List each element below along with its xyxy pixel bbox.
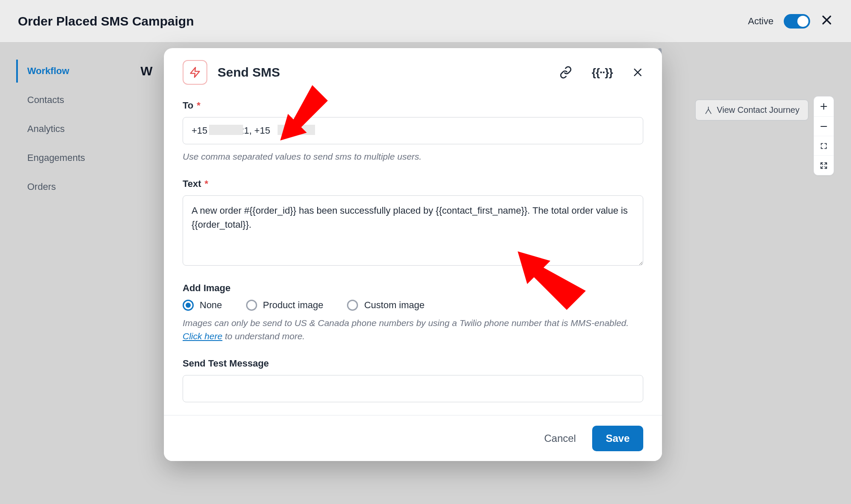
lightning-icon <box>183 60 207 85</box>
redacted-phone-2 <box>278 125 315 135</box>
background-title-fragment: W <box>140 64 152 78</box>
radio-circle <box>347 300 358 311</box>
text-label: Text <box>183 178 201 189</box>
to-helper: Use comma separated values to send sms t… <box>183 150 643 163</box>
to-label: To <box>183 100 193 111</box>
svg-marker-0 <box>191 67 200 77</box>
required-indicator: * <box>197 100 201 111</box>
required-indicator: * <box>205 178 209 189</box>
page-title: Order Placed SMS Campaign <box>18 14 194 29</box>
sidebar-item-label: Workflow <box>27 66 69 76</box>
save-button[interactable]: Save <box>592 426 643 451</box>
fit-screen-button[interactable] <box>814 136 834 155</box>
active-toggle[interactable] <box>784 14 810 29</box>
modal-footer: Cancel Save <box>164 415 662 461</box>
sidebar-item-label: Analytics <box>27 123 65 134</box>
radio-label: Custom image <box>364 300 424 311</box>
merge-tags-icon[interactable]: {{··}} <box>592 66 613 79</box>
fullscreen-button[interactable] <box>814 155 834 175</box>
sidebar-item-label: Engagements <box>27 152 85 163</box>
radio-circle-checked <box>183 300 194 311</box>
modal-close-icon[interactable] <box>632 67 643 78</box>
send-sms-modal: Send SMS {{··}} To* Use comma separated … <box>164 48 662 461</box>
send-test-label: Send Test Message <box>183 358 269 369</box>
view-journey-label: View Contact Journey <box>717 105 799 115</box>
sidebar-item-label: Contacts <box>27 94 64 105</box>
view-contact-journey-button[interactable]: View Contact Journey <box>695 100 808 120</box>
zoom-controls <box>814 96 834 175</box>
helper-text: to understand more. <box>222 331 305 341</box>
radio-label: Product image <box>263 300 324 311</box>
send-test-input[interactable] <box>183 375 643 402</box>
to-input[interactable] <box>183 117 643 144</box>
zoom-in-button[interactable] <box>814 97 834 116</box>
add-image-helper: Images can only be send to US & Canada p… <box>183 317 643 343</box>
add-image-label: Add Image <box>183 283 230 294</box>
radio-circle <box>246 300 257 311</box>
sidebar-item-label: Orders <box>27 181 56 192</box>
sidebar-item-contacts[interactable]: Contacts <box>16 89 135 112</box>
click-here-link[interactable]: Click here <box>183 331 222 341</box>
modal-title: Send SMS <box>218 65 280 80</box>
journey-icon <box>704 106 713 115</box>
topbar: Order Placed SMS Campaign Active <box>0 0 851 43</box>
radio-product-image[interactable]: Product image <box>246 300 324 311</box>
radio-custom-image[interactable]: Custom image <box>347 300 424 311</box>
sidebar-item-engagements[interactable]: Engagements <box>16 146 135 169</box>
sidebar: Workflow Contacts Analytics Engagements … <box>16 60 135 204</box>
link-icon[interactable] <box>559 66 572 79</box>
sidebar-item-workflow[interactable]: Workflow <box>16 60 135 83</box>
active-label: Active <box>748 16 774 27</box>
sms-text-input[interactable] <box>183 195 643 266</box>
sidebar-item-orders[interactable]: Orders <box>16 175 135 198</box>
cancel-button[interactable]: Cancel <box>544 432 576 444</box>
redacted-phone-1 <box>209 125 243 135</box>
radio-none[interactable]: None <box>183 300 222 311</box>
radio-label: None <box>200 300 222 311</box>
helper-text: Images can only be send to US & Canada p… <box>183 318 629 328</box>
sidebar-item-analytics[interactable]: Analytics <box>16 117 135 140</box>
topbar-close-icon[interactable] <box>820 14 833 29</box>
zoom-out-button[interactable] <box>814 116 834 136</box>
